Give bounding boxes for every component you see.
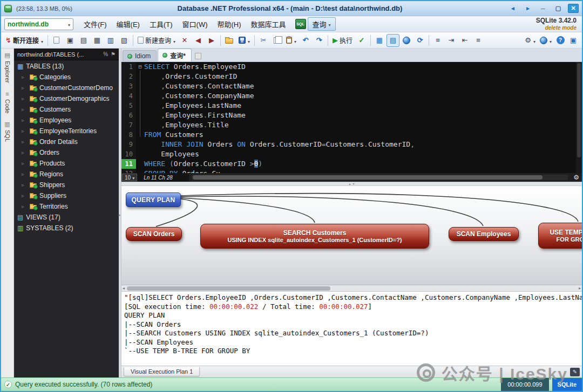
open-file-button[interactable] — [223, 34, 236, 47]
side-tab-explorer[interactable]: ▤Explorer — [4, 52, 11, 83]
message-output-panel[interactable]: "[sql]SELECT Orders.EmployeeID ,Orders.C… — [121, 292, 582, 366]
nav-left-icon[interactable]: ◂ — [507, 4, 518, 13]
editor-line[interactable]: 12GROUP BY Orders.Cu — [121, 169, 582, 173]
query-window-icon: ▦ — [94, 37, 100, 44]
execute-button[interactable]: ▶ 执行 — [330, 34, 355, 47]
close-query-button[interactable]: ✕ — [178, 34, 191, 47]
minimize-button[interactable]: ─ — [538, 4, 548, 13]
scroll-left-icon[interactable]: ◂ — [121, 286, 126, 291]
tree-item[interactable]: ▹Orders — [14, 147, 119, 158]
result-text-button[interactable]: ▤ — [387, 34, 399, 47]
editor-line[interactable]: 6 ,Employees.FirstName — [121, 111, 582, 120]
undo-button[interactable]: ↶ — [299, 34, 312, 47]
tree-item[interactable]: ▹Shippers — [14, 180, 119, 190]
menu-item-3[interactable]: 窗口(W) — [178, 17, 213, 31]
font-size-select[interactable]: 10 — [122, 174, 137, 181]
tree-item[interactable]: ▹Suppliers — [14, 190, 119, 201]
new-tab-button[interactable] — [195, 53, 201, 59]
editor-horizontal-scrollbar[interactable] — [192, 175, 568, 180]
history-back-button[interactable]: ◀ — [192, 34, 205, 47]
editor-line[interactable]: 3 ,Customers.ContactName — [121, 81, 582, 91]
redo-button[interactable]: ↷ — [313, 34, 326, 47]
editor-line[interactable]: 2 ,Orders.CustomerID — [121, 72, 582, 81]
editor-settings-gear-icon[interactable]: ⚙ — [571, 174, 582, 181]
tab-1[interactable]: 查询* — [158, 49, 192, 61]
plan-root-node[interactable]: QUERY PLAN — [126, 192, 181, 207]
scroll-right-icon[interactable]: ▸ — [578, 286, 582, 291]
tree-item[interactable]: ▹Categories — [14, 72, 119, 82]
edit-plan-icon[interactable]: ✎ — [570, 368, 580, 376]
tree-item[interactable]: ▹Employees — [14, 115, 119, 126]
comment-button[interactable]: ≡ — [472, 34, 485, 47]
result-grid-button[interactable]: ▦ — [373, 34, 386, 47]
tree-item[interactable]: ▹Order Details — [14, 136, 119, 147]
plan-node-0[interactable]: SCAN Orders — [126, 227, 182, 241]
table-data-view-button[interactable]: ▤ — [77, 34, 90, 47]
refresh-button[interactable]: ⟳ — [413, 34, 426, 47]
validate-button[interactable]: ✓ — [355, 34, 368, 47]
tree-item[interactable]: ▹Customers — [14, 104, 119, 115]
connection-properties-button[interactable] — [50, 34, 63, 47]
document-tab-bar: Idiom查询* — [121, 49, 582, 62]
menu-item-0[interactable]: 文件(F) — [79, 17, 112, 31]
menu-item-2[interactable]: 工具(T) — [145, 17, 178, 31]
tree-item[interactable]: ▹EmployeeTerritories — [14, 126, 119, 136]
web-tools-button[interactable] — [538, 34, 554, 47]
history-forward-button[interactable]: ▶ — [205, 34, 218, 47]
tree-item[interactable]: ▹CustomerCustomerDemo — [14, 82, 119, 93]
menu-item-1[interactable]: 编辑(E) — [112, 17, 145, 31]
tree-group-1[interactable]: ▤VIEWS (17) — [14, 212, 119, 223]
editor-line[interactable]: 9 INNER JOIN Orders ON Orders.CustomerID… — [121, 140, 582, 149]
editor-line[interactable]: 1⊟SELECT Orders.EmployeeID — [121, 62, 582, 72]
editor-line[interactable]: 10 Employees — [121, 149, 582, 159]
tree-group-0[interactable]: ▦TABLES (13) — [14, 61, 119, 72]
plan-node-2[interactable]: SCAN Employees — [449, 227, 519, 241]
tab-visual-execution-plan[interactable]: Visual Execution Plan 1 — [124, 367, 200, 376]
query-menu-button[interactable]: 查询 — [308, 17, 336, 31]
copy-button[interactable] — [270, 34, 283, 47]
maximize-button[interactable]: ▢ — [553, 4, 564, 13]
sql-editor[interactable]: 1⊟SELECT Orders.EmployeeID2 ,Orders.Cust… — [121, 62, 582, 173]
side-tab-sql[interactable]: ▥SQL — [4, 121, 11, 142]
paste-button[interactable] — [284, 34, 299, 47]
plan-node-3[interactable]: USE TEMP B-TREEFOR GROUP BY — [538, 223, 582, 249]
editor-line[interactable]: 11WHERE (Orders.CustomerID >0) — [121, 159, 582, 169]
browser-button[interactable] — [400, 34, 413, 47]
tab-0[interactable]: Idiom — [123, 50, 157, 61]
cut-button[interactable]: ✂ — [257, 34, 270, 47]
outdent-button[interactable]: ⇤ — [458, 34, 471, 47]
percent-icon[interactable]: % — [103, 51, 108, 57]
format-sql-button[interactable]: ≡ — [431, 34, 444, 47]
editor-line[interactable]: 7 ,Employees.Title — [121, 120, 582, 130]
nav-right-icon[interactable]: ▸ — [523, 4, 533, 13]
side-tab-code[interactable]: ≡Code — [4, 91, 11, 113]
log-view-button[interactable]: ▧ — [118, 34, 131, 47]
pin-icon[interactable]: ⚑ — [111, 51, 116, 57]
disconnect-button[interactable]: ↯ 断开连接 — [3, 34, 45, 47]
indent-button[interactable]: ⇥ — [445, 34, 458, 47]
tree-group-2[interactable]: ▥SYSTABLES (2) — [14, 223, 119, 233]
tree-item[interactable]: ▹Territories — [14, 201, 119, 212]
tree-item[interactable]: ▹Products — [14, 158, 119, 169]
help-button[interactable]: ? — [554, 34, 567, 47]
editor-vertical-scrollbar[interactable] — [576, 62, 582, 173]
database-selector[interactable]: northwind.db — [4, 18, 73, 30]
editor-line[interactable]: 4 ,Customers.CompanyName — [121, 91, 582, 101]
new-query-button[interactable]: 新建查询 — [135, 34, 178, 47]
editor-line[interactable]: 5 ,Employees.LastName — [121, 101, 582, 111]
settings-button[interactable]: ⚙ — [523, 34, 538, 47]
tree-item[interactable]: ▹CustomerDemographics — [14, 93, 119, 104]
plan-horizontal-scrollbar[interactable]: ◂ ▸ — [121, 285, 582, 292]
diagram-view-button[interactable]: ▥ — [104, 34, 117, 47]
close-button[interactable]: ✕ — [568, 4, 579, 13]
save-button[interactable] — [236, 34, 252, 47]
plan-panel-toggle-button[interactable]: ▣ — [567, 34, 580, 47]
plan-node-1[interactable]: SEARCH CustomersUSING INDEX sqlite_autoi… — [200, 224, 429, 249]
query-window-button[interactable]: ▦ — [91, 34, 104, 47]
menu-item-5[interactable]: 数据库工具 — [246, 17, 291, 31]
menu-item-4[interactable]: 帮助(H) — [213, 17, 246, 31]
editor-line[interactable]: 8FROM Customers — [121, 130, 582, 140]
tree-item[interactable]: ▹Regions — [14, 169, 119, 180]
horizontal-splitter[interactable]: ▴ ▾ — [121, 182, 582, 186]
console-view-button[interactable]: ▣ — [64, 34, 77, 47]
